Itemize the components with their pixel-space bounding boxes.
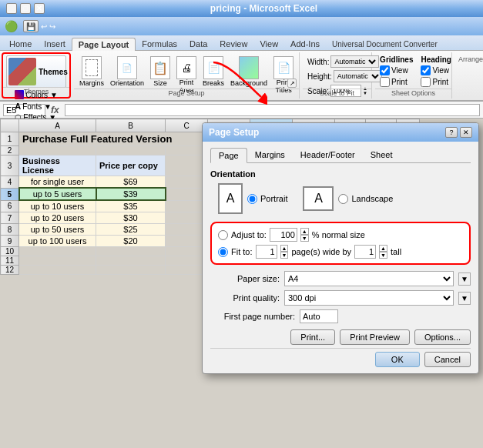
adjust-to-radio[interactable] — [218, 230, 228, 240]
breaks-button[interactable]: 📄 Breaks — [200, 55, 226, 88]
tab-review[interactable]: Review — [213, 38, 253, 50]
gridlines-view-check[interactable] — [380, 65, 390, 75]
fit-tall-unit: tall — [391, 247, 401, 256]
maximize-btn[interactable]: □ — [20, 3, 31, 14]
orientation-label: Orientation — [110, 79, 144, 87]
width-select[interactable]: Automatic — [330, 55, 379, 68]
size-button[interactable]: 📋 Size — [148, 55, 173, 88]
gridlines-view-label[interactable]: View — [380, 65, 413, 75]
tab-view[interactable]: View — [253, 38, 284, 50]
fit-tall-spinner-up[interactable]: ▲ — [379, 245, 387, 252]
cell-a5[interactable]: up to 5 users — [19, 188, 96, 200]
print-quality-dropdown-btn[interactable]: ▼ — [458, 292, 471, 305]
headings-view-label[interactable]: View — [421, 65, 451, 75]
cell-a9[interactable]: up to 100 users — [19, 236, 96, 247]
empty-cell[interactable] — [96, 266, 166, 275]
page-setup-launcher[interactable]: ↗ — [287, 79, 297, 88]
empty-cell[interactable] — [19, 266, 96, 275]
corner-cell — [1, 119, 19, 132]
empty-cell[interactable] — [96, 146, 166, 155]
fit-tall-spinner[interactable]: ▲ ▼ — [379, 245, 387, 259]
portrait-radio[interactable] — [247, 194, 257, 204]
options-button[interactable]: Options... — [414, 329, 471, 345]
print-preview-button[interactable]: Print Preview — [340, 329, 410, 345]
themes-button[interactable]: Themes — [6, 55, 66, 88]
dialog-tab-margins[interactable]: Margins — [247, 148, 293, 162]
headings-print-label[interactable]: Print — [421, 77, 451, 87]
tab-home[interactable]: Home — [3, 38, 38, 50]
close-btn[interactable]: ✕ — [34, 3, 45, 14]
minimize-btn[interactable]: _ — [6, 3, 17, 14]
cell-a4[interactable]: for single user — [19, 176, 96, 189]
margins-icon — [82, 56, 102, 79]
spinner-up[interactable]: ▲ — [300, 228, 309, 235]
paper-size-select[interactable]: A4 — [284, 271, 454, 286]
fit-pages-unit: page(s) wide by — [291, 247, 351, 256]
cancel-button[interactable]: Cancel — [424, 352, 471, 367]
fit-wide-spinner-down[interactable]: ▼ — [280, 252, 289, 259]
tab-insert[interactable]: Insert — [38, 38, 72, 50]
breaks-label: Breaks — [203, 79, 224, 87]
tab-page-layout[interactable]: Page Layout — [72, 38, 136, 51]
fit-to-radio[interactable] — [218, 247, 228, 257]
headings-view-check[interactable] — [421, 65, 431, 75]
fit-pages-wide-input[interactable] — [256, 245, 277, 259]
cell-b9[interactable]: $20 — [96, 236, 166, 247]
redo-button[interactable]: ↪ — [49, 22, 55, 31]
tab-udc[interactable]: Universal Document Converter — [326, 38, 444, 50]
empty-cell[interactable] — [19, 247, 96, 256]
cell-a3[interactable]: Business License — [19, 155, 96, 176]
background-button[interactable]: Background — [228, 55, 270, 88]
cell-b4[interactable]: $69 — [96, 176, 166, 189]
gridlines-print-check[interactable] — [380, 77, 390, 87]
fit-wide-spinner[interactable]: ▲ ▼ — [280, 245, 289, 259]
spinner-down[interactable]: ▼ — [300, 235, 309, 242]
fit-tall-spinner-down[interactable]: ▼ — [379, 252, 387, 259]
save-button[interactable]: 💾 — [23, 20, 39, 32]
margins-button[interactable]: Margins — [77, 55, 106, 88]
cell-b5[interactable]: $39 — [96, 188, 166, 200]
tab-formulas[interactable]: Formulas — [136, 38, 183, 50]
landscape-option[interactable]: A Landscape — [303, 186, 393, 211]
cell-b7[interactable]: $30 — [96, 212, 166, 224]
dialog-close-btn[interactable]: ✕ — [460, 127, 472, 138]
empty-cell[interactable] — [19, 146, 96, 155]
themes-group-label: Themes — [3, 87, 69, 95]
empty-cell[interactable] — [96, 256, 166, 266]
orientation-button[interactable]: 📄 Orientation — [108, 55, 146, 88]
first-page-input[interactable] — [300, 309, 338, 323]
headings-print-check[interactable] — [421, 77, 431, 87]
adjust-to-input[interactable] — [270, 228, 297, 242]
col-header-b[interactable]: B — [96, 119, 166, 132]
empty-cell[interactable] — [96, 247, 166, 256]
fit-wide-spinner-up[interactable]: ▲ — [280, 245, 289, 252]
row-header-4: 4 — [1, 176, 19, 189]
col-header-a[interactable]: A — [19, 119, 96, 132]
dialog-help-btn[interactable]: ? — [445, 127, 458, 138]
paper-size-label: Paper size: — [210, 274, 280, 283]
cell-a7[interactable]: up to 20 users — [19, 212, 96, 224]
gridlines-print-label[interactable]: Print — [380, 77, 413, 87]
paper-size-dropdown-btn[interactable]: ▼ — [458, 272, 471, 286]
cell-b3[interactable]: Price per copy — [96, 155, 166, 176]
cell-b6[interactable]: $35 — [96, 200, 166, 212]
fonts-button[interactable]: A Fonts ▼ — [13, 101, 59, 112]
fit-pages-tall-input[interactable] — [354, 245, 376, 259]
landscape-radio[interactable] — [338, 194, 348, 204]
empty-cell[interactable] — [19, 256, 96, 266]
dialog-tab-header-footer[interactable]: Header/Footer — [293, 148, 363, 162]
adjust-to-spinner[interactable]: ▲ ▼ — [300, 228, 309, 242]
ok-button[interactable]: OK — [375, 352, 420, 367]
tab-addins[interactable]: Add-Ins — [284, 38, 326, 50]
print-button[interactable]: Print... — [290, 329, 335, 345]
cell-a6[interactable]: up to 10 users — [19, 200, 96, 212]
cell-b8[interactable]: $25 — [96, 224, 166, 236]
dialog-tab-sheet[interactable]: Sheet — [363, 148, 401, 162]
portrait-option[interactable]: A Portrait — [218, 183, 287, 214]
tab-data[interactable]: Data — [183, 38, 213, 50]
undo-button[interactable]: ↩ — [41, 22, 47, 31]
dialog-tab-page[interactable]: Page — [210, 148, 247, 163]
print-quality-select[interactable]: 300 dpi — [284, 290, 454, 306]
cell-a8[interactable]: up to 50 users — [19, 224, 96, 236]
dialog-body: Page Margins Header/Footer Sheet Orienta… — [203, 142, 478, 373]
